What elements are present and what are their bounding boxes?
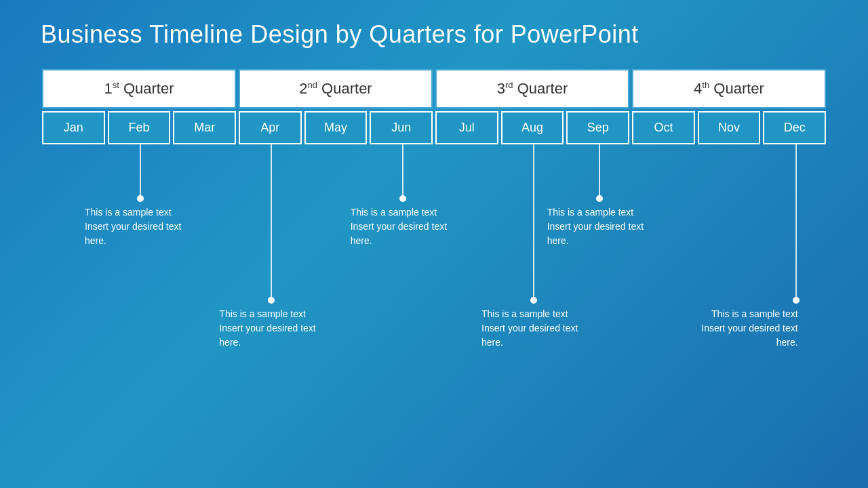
event-dec: This is a sample textInsert your desired… [690,307,798,350]
events-area: This is a sample textInsert your desired… [41,144,827,402]
month-dec: Dec [763,111,826,144]
month-sep: Sep [566,111,629,144]
connector-jun [402,144,403,199]
event-feb: This is a sample textInsert your desired… [85,205,193,248]
connector-sep [599,144,600,199]
month-apr: Apr [239,111,302,144]
months-row: Jan Feb Mar Apr May Jun Jul Aug Sep Oct … [41,111,827,144]
connector-feb [140,144,141,199]
month-feb: Feb [108,111,171,144]
month-nov: Nov [698,111,761,144]
month-jun: Jun [370,111,433,144]
event-jun: This is a sample textInsert your desired… [351,205,459,248]
quarters-row: 1st Quarter 2nd Quarter 3rd Quarter 4th … [41,69,827,108]
quarter-1: 1st Quarter [42,69,236,108]
quarter-2: 2nd Quarter [239,69,433,108]
timeline-container: 1st Quarter 2nd Quarter 3rd Quarter 4th … [41,69,827,144]
slide: Business Timeline Design by Quarters for… [0,0,868,488]
month-may: May [304,111,368,144]
quarter-3: 3rd Quarter [435,69,629,108]
event-aug: This is a sample textInsert your desired… [481,307,590,350]
month-oct: Oct [632,111,695,144]
quarter-4: 4th Quarter [632,69,826,108]
connector-dec [795,144,797,300]
month-jul: Jul [435,111,498,144]
event-apr: This is a sample textInsert your desired… [219,307,328,350]
connector-apr [271,144,272,300]
month-jan: Jan [42,111,105,144]
connector-aug [533,144,534,300]
event-sep: This is a sample textInsert your desired… [547,205,656,248]
month-aug: Aug [501,111,564,144]
page-title: Business Timeline Design by Quarters for… [41,20,827,49]
month-mar: Mar [173,111,236,144]
